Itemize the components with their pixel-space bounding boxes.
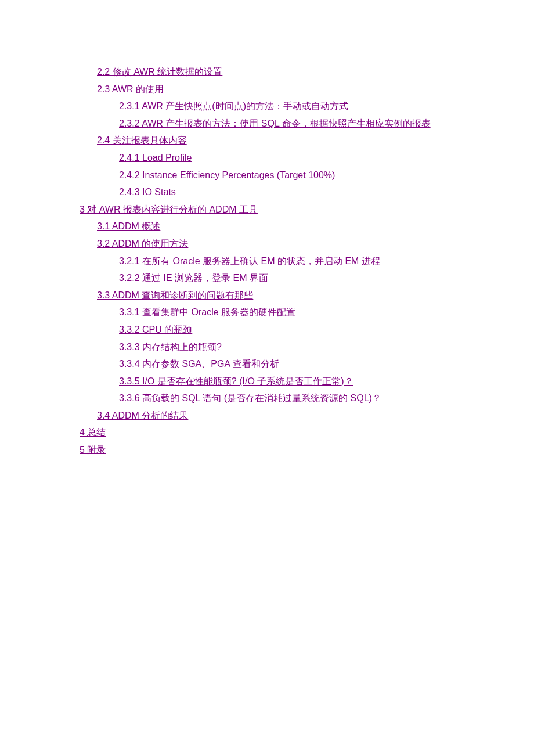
- toc-link[interactable]: 3.3 ADDM 查询和诊断到的问题有那些: [97, 290, 253, 300]
- toc-link[interactable]: 3.2.1 在所有 Oracle 服务器上确认 EM 的状态，并启动 EM 进程: [119, 256, 380, 266]
- toc-link[interactable]: 3.1 ADDM 概述: [97, 221, 160, 231]
- toc-link[interactable]: 3 对 AWR 报表内容进行分析的 ADDM 工具: [80, 204, 258, 214]
- table-of-contents: 2.2 修改 AWR 统计数据的设置 2.3 AWR 的使用 2.3.1 AWR…: [80, 63, 534, 459]
- toc-link[interactable]: 2.2 修改 AWR 统计数据的设置: [97, 67, 222, 77]
- toc-link[interactable]: 2.4.2 Instance Efficiency Percentages (T…: [119, 170, 335, 180]
- toc-link[interactable]: 2.3.2 AWR 产生报表的方法：使用 SQL 命令，根据快照产生相应实例的报…: [119, 118, 431, 128]
- toc-link[interactable]: 3.4 ADDM 分析的结果: [97, 411, 188, 420]
- toc-link[interactable]: 4 总结: [80, 427, 106, 437]
- toc-link[interactable]: 3.3.1 查看集群中 Oracle 服务器的硬件配置: [119, 307, 295, 317]
- toc-link[interactable]: 2.4 关注报表具体内容: [97, 135, 187, 145]
- toc-link[interactable]: 3.3.5 I/O 是否存在性能瓶颈? (I/O 子系统是否工作正常)？: [119, 376, 353, 386]
- toc-link[interactable]: 2.3 AWR 的使用: [97, 84, 164, 94]
- toc-link[interactable]: 3.3.3 内存结构上的瓶颈?: [119, 342, 222, 352]
- toc-link[interactable]: 3.3.2 CPU 的瓶颈: [119, 325, 192, 334]
- toc-link[interactable]: 3.3.6 高负载的 SQL 语句 (是否存在消耗过量系统资源的 SQL)？: [119, 393, 381, 403]
- toc-link[interactable]: 2.4.1 Load Profile: [119, 153, 192, 163]
- toc-link[interactable]: 5 附录: [80, 445, 106, 455]
- toc-link[interactable]: 2.4.3 IO Stats: [119, 187, 176, 197]
- toc-link[interactable]: 3.3.4 内存参数 SGA、PGA 查看和分析: [119, 359, 279, 369]
- toc-link[interactable]: 2.3.1 AWR 产生快照点(时间点)的方法：手动或自动方式: [119, 101, 348, 111]
- toc-link[interactable]: 3.2.2 通过 IE 浏览器，登录 EM 界面: [119, 273, 268, 283]
- toc-link[interactable]: 3.2 ADDM 的使用方法: [97, 239, 188, 249]
